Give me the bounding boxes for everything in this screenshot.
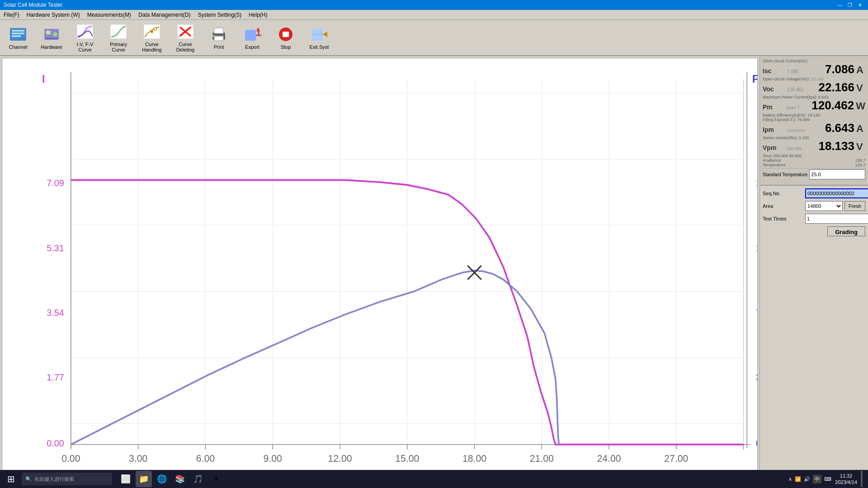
task-view-icon[interactable]: ⬜	[118, 471, 134, 487]
svg-text:6.00: 6.00	[196, 453, 215, 464]
channel-button[interactable]: Channel	[2, 21, 34, 54]
pm-row: Pm inum 7 120.462 W	[763, 99, 865, 112]
hardware-button[interactable]: Hardware	[35, 21, 68, 54]
temperature-label: Temperature	[763, 163, 786, 167]
svg-text:3.54: 3.54	[47, 308, 64, 318]
svg-text:I: I	[42, 73, 45, 85]
channel-label: Channel	[9, 44, 28, 50]
browser-icon[interactable]: 🌐	[154, 471, 170, 487]
stop-button[interactable]: Stop	[269, 21, 302, 54]
print-icon	[210, 25, 228, 43]
voc-small2: 120.462	[787, 87, 803, 92]
seq-no-input[interactable]	[805, 188, 868, 198]
ipm-unit: A	[856, 123, 865, 135]
menu-help[interactable]: Help(H)	[245, 11, 271, 19]
grading-row: Grading	[763, 226, 865, 236]
svg-text:0.00: 0.00	[756, 438, 757, 448]
menu-hardware[interactable]: Hardware System (W)	[23, 11, 84, 19]
curve-handling-button[interactable]: Curve Handling	[136, 21, 168, 54]
ipm-row: Ipm 2023/4/14 6.643 A	[763, 122, 865, 135]
temperature-value: 126.7	[855, 163, 865, 167]
toolbar: Channel Hardware I-V, F-V Curve	[0, 20, 868, 56]
ff-value: 76.689	[797, 117, 810, 122]
title-bar-controls: — ❐ ✕	[835, 0, 864, 9]
chart-svg: 0.00 3.00 6.00 9.00 12.00 15.00 18.00 21…	[2, 58, 757, 476]
title-bar: Solar Cell Module Tester — ❐ ✕	[0, 0, 868, 10]
export-button[interactable]: Export	[236, 21, 269, 54]
shunt-val2: 99.950	[789, 154, 802, 158]
curve-handling-icon	[143, 23, 161, 41]
media-icon[interactable]: 🎵	[190, 471, 206, 487]
taskbar-quick-icons: ⬜ 📁 🌐 📚 🎵 ☀	[118, 471, 224, 487]
irradiance-label: Irradiance	[763, 158, 781, 163]
voc-name: Voc	[763, 85, 785, 93]
time-display[interactable]: 11:32 2023/4/14	[835, 473, 857, 486]
menu-settings[interactable]: System Setting(S)	[194, 11, 245, 19]
shunt-row: Shun 200.000 99.950	[763, 154, 865, 158]
menu-measurements[interactable]: Measurements(M)	[84, 11, 135, 19]
vpm-unit: V	[856, 141, 865, 153]
network-icon[interactable]: 📶	[795, 476, 801, 482]
svg-rect-17	[214, 28, 223, 33]
keyboard-icon[interactable]: ⌨	[824, 476, 831, 482]
svg-text:117.45: 117.45	[756, 243, 757, 253]
sys-tray: ∧ 📶 🔊 中 ⌨	[788, 475, 831, 483]
svg-text:0.00: 0.00	[47, 438, 64, 448]
stop-label: Stop	[281, 44, 291, 50]
ipm-value: 6.643	[805, 122, 854, 134]
svg-text:24.00: 24.00	[597, 453, 621, 464]
battery-label: Battery Efficiency(η)(%): 19.143	[763, 113, 865, 117]
main-content: 0.00 3.00 6.00 9.00 12.00 15.00 18.00 21…	[0, 56, 868, 478]
date: 2023/4/14	[835, 479, 857, 485]
pm-value: 120.462	[800, 99, 854, 111]
svg-text:21.00: 21.00	[530, 453, 554, 464]
maximize-button[interactable]: ❐	[845, 0, 854, 9]
vpm-small: 200.000	[787, 146, 802, 151]
std-temp-input[interactable]	[809, 169, 865, 179]
menu-data[interactable]: Data Management(D)	[135, 11, 194, 19]
svg-text:7.09: 7.09	[47, 178, 64, 188]
iv-fv-curve-icon	[76, 23, 94, 41]
app-title: Solar Cell Module Tester	[4, 2, 63, 8]
explorer-icon[interactable]: 📁	[136, 471, 152, 487]
seq-no-label: Seq.No.	[763, 191, 803, 196]
start-button[interactable]: ⊞	[2, 471, 20, 487]
stop-icon	[277, 25, 295, 43]
svg-text:15.00: 15.00	[395, 453, 419, 464]
print-button[interactable]: Print	[203, 21, 235, 54]
divider	[763, 168, 865, 169]
irradiance-value: 126.7	[855, 158, 865, 163]
test-times-input[interactable]	[805, 214, 868, 224]
up-arrow-icon[interactable]: ∧	[788, 476, 792, 482]
minimize-button[interactable]: —	[835, 0, 844, 9]
menu-file[interactable]: File(F)	[0, 11, 23, 19]
sound-icon[interactable]: 🔊	[804, 476, 810, 482]
hardware-label: Hardware	[41, 44, 62, 50]
svg-rect-27	[312, 29, 323, 41]
exit-syst-button[interactable]: Exit Syst	[303, 21, 335, 54]
ipm-date: 2023/4/14	[787, 128, 805, 133]
taskbar-search[interactable]: 🔍 在此键入进行搜索	[22, 473, 112, 485]
isc-row: Isc 7.086 7.086 A	[763, 63, 865, 76]
input-method[interactable]: 中	[813, 475, 821, 483]
solar-app-icon[interactable]: ☀	[208, 471, 224, 487]
svg-point-12	[154, 28, 157, 30]
show-desktop-btn[interactable]	[861, 471, 863, 487]
svg-text:39.15: 39.15	[756, 372, 757, 382]
area-select[interactable]: 14800 15000 16000	[805, 201, 843, 211]
fresh-button[interactable]: Fresh	[844, 201, 865, 211]
store-icon[interactable]: 📚	[172, 471, 188, 487]
channel-icon	[9, 25, 27, 43]
exit-syst-icon	[310, 25, 328, 43]
std-temp-row: Standard Temperature	[763, 169, 865, 179]
right-panel: Short-circuit Current(Isc): Isc 7.086 7.…	[760, 56, 868, 478]
curve-deleting-button[interactable]: Curve Deleting	[169, 21, 202, 54]
primary-curve-icon	[109, 23, 127, 41]
close-button[interactable]: ✕	[855, 0, 864, 9]
iv-fv-curve-button[interactable]: I-V, F-V Curve	[69, 21, 101, 54]
svg-text:78.30: 78.30	[756, 308, 757, 318]
irradiance-row: Irradiance 126.7	[763, 158, 865, 163]
time: 11:32	[835, 473, 857, 479]
grading-button[interactable]: Grading	[827, 226, 865, 236]
primary-curve-button[interactable]: Primary Curve	[102, 21, 135, 54]
